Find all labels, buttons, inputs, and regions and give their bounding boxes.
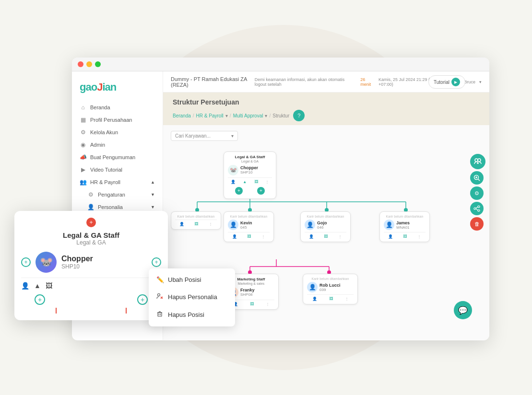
fg-person-icon[interactable]: 👤 — [21, 282, 29, 290]
org-node-kevin: Karir belum ditambahkan 👤 Kevin 045 👤 🖼 — [224, 211, 274, 242]
kevin-actions: 👤 🖼 ⋮ — [228, 232, 270, 239]
kevin-dots-icon[interactable]: ⋮ — [261, 234, 265, 239]
chat-button[interactable]: 💬 — [454, 301, 472, 319]
breadcrumb-multi[interactable]: Multi Approval — [233, 113, 263, 118]
fg-right-plus[interactable]: + — [152, 257, 161, 267]
james-actions: 👤 🖼 ⋮ — [384, 232, 426, 239]
settings-button[interactable]: ⚙ — [470, 186, 484, 200]
james-person-icon[interactable]: 👤 — [388, 234, 393, 239]
sidebar-item-pengaturan[interactable]: ⚙ Pengaturan ▼ — [72, 188, 163, 201]
dropdown-arrow-icon: ▾ — [231, 133, 234, 139]
root-add-left[interactable]: + — [235, 187, 243, 195]
breadcrumb-sep3: / — [269, 113, 271, 118]
zoom-in-button[interactable] — [470, 171, 484, 185]
rob-person-icon[interactable]: 👤 — [312, 297, 317, 301]
svg-line-3 — [478, 179, 480, 181]
close-btn[interactable] — [78, 61, 83, 67]
company-name: Dummy - PT Ramah Edukasi ZA (REZA) — [171, 76, 255, 88]
kevin-person-icon[interactable]: 👤 — [232, 234, 237, 239]
sidebar-item-beranda[interactable]: ⌂ Beranda — [72, 101, 163, 114]
breadcrumb-sep2: / — [230, 113, 231, 118]
root-up-icon[interactable]: ▲ — [243, 180, 247, 184]
root-node-dept: Legal & GA — [228, 160, 272, 163]
breadcrumb-sep1: / — [193, 113, 194, 118]
root-avatar: 🐭 — [228, 165, 238, 175]
gojo-dots-icon[interactable]: ⋮ — [338, 234, 342, 239]
svg-point-1 — [478, 159, 481, 162]
app-logo: gaoJian — [72, 77, 163, 101]
svg-point-7 — [478, 206, 480, 208]
ctx-hapus-posisi[interactable]: Hapus Posisi — [149, 306, 235, 324]
rob-dots-icon[interactable]: ⋮ — [345, 297, 349, 301]
fg-up-icon[interactable]: ▲ — [34, 282, 41, 290]
fg-bottom-left-plus[interactable]: + — [35, 294, 45, 305]
root-actions: 👤 ▲ 🖼 ⋮ — [228, 177, 272, 184]
gojo-info: Gojo 046 — [317, 221, 327, 230]
org-node-root: Legal & GA Staff Legal & GA 🐭 Chopper SH… — [224, 151, 276, 199]
kevin-info: Kevin 045 — [240, 221, 252, 230]
page-header: Struktur Persetujuan Beranda / HR & Payr… — [163, 93, 489, 125]
fg-bottom-lines — [21, 308, 161, 314]
rob-avatar: 👤 — [307, 282, 318, 292]
kevin-avatar: 👤 — [228, 220, 238, 230]
sidebar-item-video[interactable]: ▶ Video Tutorial — [72, 163, 163, 176]
fg-card-dept: Legal & GA — [21, 239, 161, 246]
sidebar-item-admin[interactable]: ◉ Admin — [72, 139, 163, 151]
connect-button[interactable] — [470, 202, 484, 215]
fg-right-line — [126, 308, 127, 314]
fg-top-add-button[interactable]: + — [86, 218, 96, 227]
search-placeholder: Cari Karyawan... — [175, 133, 211, 139]
root-dots-icon[interactable]: ⋮ — [265, 180, 269, 184]
rob-actions: 👤 🖼 ⋮ — [307, 294, 354, 301]
settings-icon: ⚙ — [87, 191, 94, 198]
minimize-btn[interactable] — [86, 61, 92, 67]
building-icon: ▦ — [80, 116, 86, 123]
tutorial-button[interactable]: Tutorial ▶ — [428, 75, 465, 89]
rob-info: Rob Lucci 039 — [319, 283, 341, 292]
breadcrumb-beranda[interactable]: Beranda — [173, 113, 191, 118]
home-icon: ⌂ — [80, 104, 86, 111]
sidebar-item-hr[interactable]: 👥 HR & Payroll ▲ — [72, 176, 163, 188]
root-cam-icon[interactable]: 🖼 — [254, 180, 258, 184]
franky-cam-icon[interactable]: 🖼 — [250, 302, 254, 306]
c1-cam-icon[interactable]: 🖼 — [194, 222, 198, 226]
add-group-button[interactable] — [470, 154, 485, 169]
maximize-btn[interactable] — [95, 61, 101, 67]
franky-info: Franky SHP08 — [240, 288, 255, 297]
james-cam-icon[interactable]: 🖼 — [403, 234, 407, 239]
sidebar-item-kelola[interactable]: ⚙ Kelola Akun — [72, 126, 163, 139]
rob-cam-icon[interactable]: 🖼 — [329, 297, 333, 301]
ctx-ubah-posisi[interactable]: ✏️ Ubah Posisi — [149, 271, 235, 288]
child1-actions: 👤 🖼 ⋮ — [175, 220, 217, 226]
fg-bottom-right-plus[interactable]: + — [137, 294, 148, 305]
root-add-right[interactable]: + — [257, 187, 265, 195]
sidebar-item-profil[interactable]: ▦ Profil Perusahaan — [72, 114, 163, 126]
fg-add-row: + — [21, 218, 161, 227]
james-info: James WNA01 — [396, 221, 410, 230]
page-title: Struktur Persetujuan — [173, 98, 480, 106]
fg-cam-icon[interactable]: 🖼 — [46, 282, 52, 290]
delete-button[interactable]: 🗑 — [470, 217, 484, 231]
fg-left-plus[interactable]: + — [21, 257, 31, 267]
breadcrumb-hr[interactable]: HR & Payroll — [196, 113, 224, 118]
root-person-icon[interactable]: 👤 — [231, 180, 236, 184]
play-button[interactable]: ▶ — [451, 78, 460, 86]
c1-dots-icon[interactable]: ⋮ — [209, 222, 213, 226]
ctx-hapus-personalia[interactable]: Hapus Personalia — [149, 288, 235, 306]
sidebar-item-pengumuman[interactable]: 📣 Buat Pengumuman — [72, 151, 163, 163]
gojo-actions: 👤 🖼 ⋮ — [305, 232, 346, 239]
employee-search[interactable]: Cari Karyawan... ▾ — [171, 131, 238, 141]
chevron-down-icon2: ▼ — [151, 205, 155, 209]
hr-icon: 👥 — [80, 179, 86, 186]
rob-row: 👤 Rob Lucci 039 — [307, 282, 354, 292]
person-icon: 👤 — [87, 204, 94, 210]
c1-person-icon[interactable]: 👤 — [179, 222, 184, 226]
gojo-person-icon[interactable]: 👤 — [309, 234, 314, 239]
username: Bruce — [464, 80, 475, 84]
play-icon: ▶ — [80, 166, 86, 173]
franky-dots-icon[interactable]: ⋮ — [266, 302, 270, 306]
gojo-cam-icon[interactable]: 🖼 — [324, 234, 328, 239]
help-button[interactable]: ? — [293, 110, 305, 121]
james-dots-icon[interactable]: ⋮ — [417, 234, 421, 239]
kevin-cam-icon[interactable]: 🖼 — [247, 234, 251, 239]
